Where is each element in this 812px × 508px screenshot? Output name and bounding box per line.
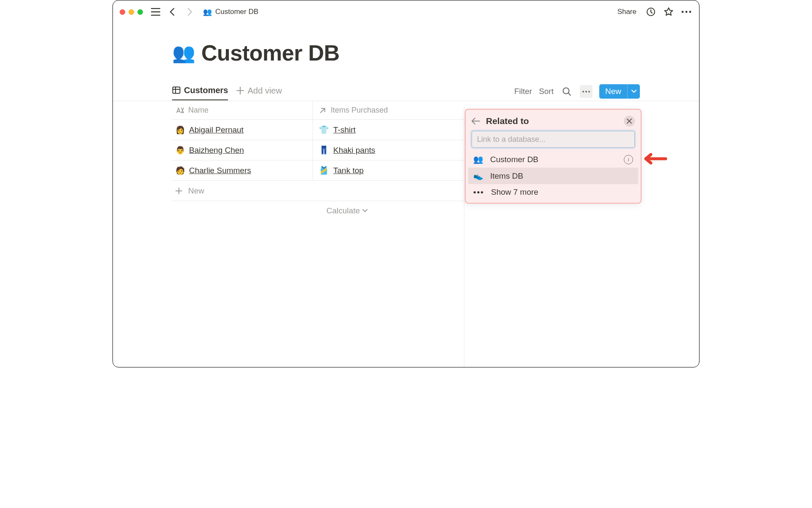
dots-icon: ••• (473, 188, 484, 197)
option-label: Show 7 more (491, 188, 538, 197)
add-view-button[interactable]: Add view (236, 86, 282, 100)
forward-icon[interactable] (184, 6, 195, 18)
view-tab-label: Customers (184, 86, 228, 95)
popover-back-icon[interactable] (472, 118, 480, 124)
row-item: Khaki pants (333, 146, 375, 155)
table-row[interactable]: 👨 Baizheng Chen 👖 Khaki pants (172, 140, 464, 160)
plus-icon (236, 87, 244, 94)
svg-point-2 (686, 11, 688, 13)
popover-close-icon[interactable] (624, 116, 635, 127)
popover-search[interactable] (472, 131, 635, 148)
row-item-icon: 🎽 (319, 166, 329, 175)
row-name: Charlie Summers (189, 166, 251, 175)
option-label: Items DB (490, 171, 523, 181)
calculate-button[interactable]: Calculate (172, 201, 368, 215)
view-tab-customers[interactable]: Customers (172, 86, 228, 100)
database-table: Name Items Purchased 👩 Abigail Pernaut 👕 (172, 101, 464, 201)
row-name: Abigail Pernaut (189, 125, 244, 135)
favorite-star-icon[interactable] (663, 6, 675, 18)
new-button-label: New (599, 84, 627, 99)
svg-point-6 (582, 91, 584, 92)
new-row-label: New (188, 186, 204, 196)
new-button[interactable]: New (599, 84, 640, 99)
topbar: 👥 Customer DB Share (113, 0, 699, 23)
table-row[interactable]: 🧑 Charlie Summers 🎽 Tank top (172, 160, 464, 181)
row-avatar-icon: 👩 (176, 125, 185, 135)
info-icon[interactable]: i (624, 155, 633, 164)
window-traffic-lights (120, 9, 143, 15)
breadcrumb-title: Customer DB (215, 8, 258, 16)
row-avatar-icon: 👨 (176, 146, 185, 155)
popover-show-more[interactable]: ••• Show 7 more (468, 184, 638, 200)
svg-point-7 (585, 91, 587, 92)
column-header-name[interactable]: Name (172, 106, 313, 115)
page-title-text[interactable]: Customer DB (201, 40, 340, 66)
row-item-icon: 👕 (319, 125, 329, 135)
add-view-label: Add view (247, 86, 282, 96)
calculate-label: Calculate (326, 206, 360, 215)
svg-point-8 (588, 91, 590, 92)
breadcrumb[interactable]: 👥 Customer DB (200, 7, 261, 17)
table-icon (172, 86, 181, 94)
updates-icon[interactable] (645, 6, 657, 18)
popover-title: Related to (486, 116, 529, 126)
svg-point-3 (689, 11, 691, 13)
page-icon[interactable]: 👥 (172, 42, 195, 64)
popover-search-input[interactable] (472, 131, 635, 148)
row-item: T-shirt (333, 125, 356, 135)
annotation-arrow-icon (642, 150, 668, 167)
plus-icon (176, 188, 182, 194)
row-item: Tank top (333, 166, 364, 175)
column-name-label: Name (188, 106, 208, 115)
database-header: Customers Add view Filter Sort New (113, 66, 699, 101)
panel-divider (464, 106, 464, 367)
option-icon: 👥 (473, 155, 483, 164)
search-icon[interactable] (560, 85, 573, 98)
relation-popover: Related to 👥 Customer DB i 👟 Items DB ••… (465, 109, 642, 204)
table-header-row: Name Items Purchased (172, 101, 464, 120)
option-label: Customer DB (490, 155, 538, 164)
option-icon: 👟 (473, 171, 483, 181)
svg-rect-4 (173, 87, 180, 94)
window-max-dot[interactable] (137, 9, 143, 15)
page-title: 👥 Customer DB (113, 40, 699, 66)
popover-option-customer-db[interactable]: 👥 Customer DB i (468, 151, 638, 168)
db-more-icon[interactable] (580, 85, 593, 98)
chevron-down-icon (631, 90, 636, 93)
share-button[interactable]: Share (615, 6, 639, 18)
more-icon[interactable] (680, 6, 692, 18)
breadcrumb-icon: 👥 (203, 8, 212, 17)
svg-point-1 (682, 11, 684, 13)
row-avatar-icon: 🧑 (176, 166, 185, 175)
filter-button[interactable]: Filter (514, 87, 532, 96)
popover-option-items-db[interactable]: 👟 Items DB (468, 168, 638, 184)
table-row[interactable]: 👩 Abigail Pernaut 👕 T-shirt (172, 120, 464, 140)
chevron-down-icon (362, 209, 368, 213)
hamburger-icon[interactable] (150, 6, 162, 18)
sort-button[interactable]: Sort (539, 87, 554, 96)
relation-property-icon (319, 107, 326, 114)
window-min-dot[interactable] (129, 9, 134, 15)
column-items-label: Items Purchased (331, 106, 388, 115)
column-header-items[interactable]: Items Purchased (313, 101, 464, 119)
new-row-button[interactable]: New (172, 181, 464, 201)
text-property-icon (176, 107, 184, 114)
row-name: Baizheng Chen (189, 146, 244, 155)
row-item-icon: 👖 (319, 145, 329, 155)
new-button-chevron[interactable] (627, 84, 640, 99)
back-icon[interactable] (167, 6, 178, 18)
window-close-dot[interactable] (120, 9, 125, 15)
